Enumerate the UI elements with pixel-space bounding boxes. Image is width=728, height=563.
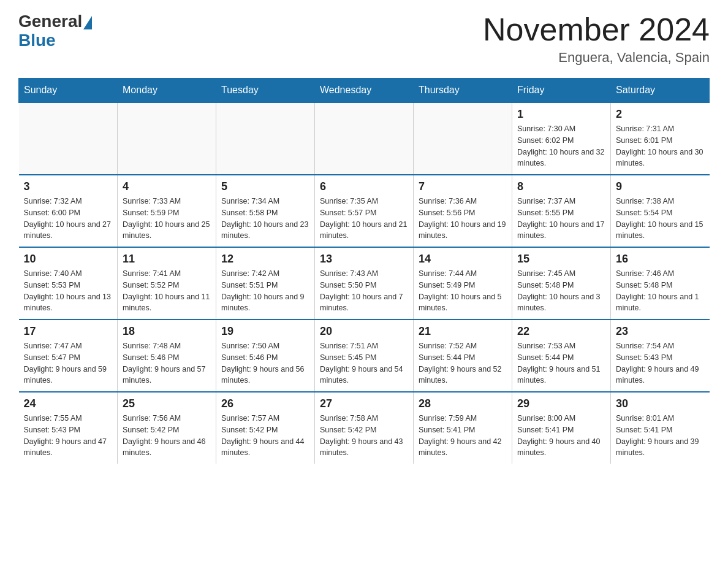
calendar-cell: 24Sunrise: 7:55 AMSunset: 5:43 PMDayligh… <box>19 392 118 464</box>
page-header: General Blue November 2024 Enguera, Vale… <box>18 12 710 66</box>
calendar-subtitle: Enguera, Valencia, Spain <box>483 50 710 66</box>
day-number: 9 <box>616 180 705 193</box>
day-number: 1 <box>517 108 605 121</box>
calendar-title: November 2024 <box>483 12 710 47</box>
calendar-cell <box>216 102 315 175</box>
calendar-cell: 14Sunrise: 7:44 AMSunset: 5:49 PMDayligh… <box>414 247 512 320</box>
calendar-cell: 16Sunrise: 7:46 AMSunset: 5:48 PMDayligh… <box>611 247 710 320</box>
calendar-cell <box>315 102 414 175</box>
calendar-week-2: 10Sunrise: 7:40 AMSunset: 5:53 PMDayligh… <box>19 247 710 320</box>
day-number: 3 <box>24 180 113 193</box>
calendar-cell <box>414 102 512 175</box>
calendar-header: SundayMondayTuesdayWednesdayThursdayFrid… <box>19 79 710 103</box>
calendar-cell: 29Sunrise: 8:00 AMSunset: 5:41 PMDayligh… <box>512 392 611 464</box>
day-number: 26 <box>221 397 309 410</box>
calendar-cell: 4Sunrise: 7:33 AMSunset: 5:59 PMDaylight… <box>118 175 216 247</box>
calendar-cell: 21Sunrise: 7:52 AMSunset: 5:44 PMDayligh… <box>414 320 512 392</box>
calendar-cell: 18Sunrise: 7:48 AMSunset: 5:46 PMDayligh… <box>118 320 216 392</box>
calendar-week-1: 3Sunrise: 7:32 AMSunset: 6:00 PMDaylight… <box>19 175 710 247</box>
calendar-cell: 28Sunrise: 7:59 AMSunset: 5:41 PMDayligh… <box>414 392 512 464</box>
logo-triangle-icon <box>83 16 92 29</box>
day-info: Sunrise: 8:00 AMSunset: 5:41 PMDaylight:… <box>517 413 605 459</box>
day-info: Sunrise: 7:36 AMSunset: 5:56 PMDaylight:… <box>419 196 507 242</box>
day-info: Sunrise: 7:32 AMSunset: 6:00 PMDaylight:… <box>24 196 113 242</box>
calendar-cell <box>19 102 118 175</box>
day-number: 15 <box>517 253 605 266</box>
day-number: 21 <box>419 325 507 338</box>
calendar-cell: 23Sunrise: 7:54 AMSunset: 5:43 PMDayligh… <box>611 320 710 392</box>
day-info: Sunrise: 7:30 AMSunset: 6:02 PMDaylight:… <box>517 123 605 169</box>
day-info: Sunrise: 8:01 AMSunset: 5:41 PMDaylight:… <box>616 413 705 459</box>
day-number: 22 <box>517 325 605 338</box>
day-info: Sunrise: 7:48 AMSunset: 5:46 PMDaylight:… <box>123 340 211 386</box>
day-number: 30 <box>616 397 705 410</box>
weekday-header-wednesday: Wednesday <box>315 79 414 103</box>
calendar-cell: 30Sunrise: 8:01 AMSunset: 5:41 PMDayligh… <box>611 392 710 464</box>
weekday-header-sunday: Sunday <box>19 79 118 103</box>
calendar-cell: 6Sunrise: 7:35 AMSunset: 5:57 PMDaylight… <box>315 175 414 247</box>
day-info: Sunrise: 7:33 AMSunset: 5:59 PMDaylight:… <box>123 196 211 242</box>
calendar-cell: 7Sunrise: 7:36 AMSunset: 5:56 PMDaylight… <box>414 175 512 247</box>
day-number: 28 <box>419 397 507 410</box>
day-info: Sunrise: 7:34 AMSunset: 5:58 PMDaylight:… <box>221 196 309 242</box>
day-number: 12 <box>221 253 309 266</box>
weekday-header-friday: Friday <box>512 79 611 103</box>
day-number: 20 <box>320 325 408 338</box>
calendar-cell: 8Sunrise: 7:37 AMSunset: 5:55 PMDaylight… <box>512 175 611 247</box>
day-number: 18 <box>123 325 211 338</box>
day-info: Sunrise: 7:59 AMSunset: 5:41 PMDaylight:… <box>419 413 507 459</box>
day-info: Sunrise: 7:50 AMSunset: 5:46 PMDaylight:… <box>221 340 309 386</box>
day-info: Sunrise: 7:56 AMSunset: 5:42 PMDaylight:… <box>123 413 211 459</box>
day-number: 5 <box>221 180 309 193</box>
calendar-body: 1Sunrise: 7:30 AMSunset: 6:02 PMDaylight… <box>19 102 710 464</box>
day-number: 13 <box>320 253 408 266</box>
calendar-cell: 17Sunrise: 7:47 AMSunset: 5:47 PMDayligh… <box>19 320 118 392</box>
weekday-header-saturday: Saturday <box>611 79 710 103</box>
day-info: Sunrise: 7:37 AMSunset: 5:55 PMDaylight:… <box>517 196 605 242</box>
weekday-header-monday: Monday <box>118 79 216 103</box>
calendar-cell: 5Sunrise: 7:34 AMSunset: 5:58 PMDaylight… <box>216 175 315 247</box>
calendar-cell: 9Sunrise: 7:38 AMSunset: 5:54 PMDaylight… <box>611 175 710 247</box>
day-number: 24 <box>24 397 113 410</box>
day-info: Sunrise: 7:57 AMSunset: 5:42 PMDaylight:… <box>221 413 309 459</box>
calendar-cell: 1Sunrise: 7:30 AMSunset: 6:02 PMDaylight… <box>512 102 611 175</box>
calendar-week-4: 24Sunrise: 7:55 AMSunset: 5:43 PMDayligh… <box>19 392 710 464</box>
calendar-cell: 19Sunrise: 7:50 AMSunset: 5:46 PMDayligh… <box>216 320 315 392</box>
logo: General Blue <box>18 12 92 50</box>
day-info: Sunrise: 7:46 AMSunset: 5:48 PMDaylight:… <box>616 268 705 314</box>
day-number: 16 <box>616 253 705 266</box>
day-number: 6 <box>320 180 408 193</box>
day-info: Sunrise: 7:55 AMSunset: 5:43 PMDaylight:… <box>24 413 113 459</box>
day-info: Sunrise: 7:31 AMSunset: 6:01 PMDaylight:… <box>616 123 705 169</box>
logo-block: General Blue <box>18 12 92 50</box>
day-number: 19 <box>221 325 309 338</box>
day-number: 25 <box>123 397 211 410</box>
day-info: Sunrise: 7:53 AMSunset: 5:44 PMDaylight:… <box>517 340 605 386</box>
day-info: Sunrise: 7:54 AMSunset: 5:43 PMDaylight:… <box>616 340 705 386</box>
calendar-table: SundayMondayTuesdayWednesdayThursdayFrid… <box>18 78 710 464</box>
day-number: 27 <box>320 397 408 410</box>
day-info: Sunrise: 7:41 AMSunset: 5:52 PMDaylight:… <box>123 268 211 314</box>
day-info: Sunrise: 7:44 AMSunset: 5:49 PMDaylight:… <box>419 268 507 314</box>
calendar-cell: 15Sunrise: 7:45 AMSunset: 5:48 PMDayligh… <box>512 247 611 320</box>
calendar-week-3: 17Sunrise: 7:47 AMSunset: 5:47 PMDayligh… <box>19 320 710 392</box>
calendar-cell: 20Sunrise: 7:51 AMSunset: 5:45 PMDayligh… <box>315 320 414 392</box>
logo-blue-text: Blue <box>18 31 92 50</box>
day-number: 8 <box>517 180 605 193</box>
calendar-cell: 27Sunrise: 7:58 AMSunset: 5:42 PMDayligh… <box>315 392 414 464</box>
day-number: 10 <box>24 253 113 266</box>
day-info: Sunrise: 7:40 AMSunset: 5:53 PMDaylight:… <box>24 268 113 314</box>
day-info: Sunrise: 7:47 AMSunset: 5:47 PMDaylight:… <box>24 340 113 386</box>
day-info: Sunrise: 7:45 AMSunset: 5:48 PMDaylight:… <box>517 268 605 314</box>
calendar-cell: 11Sunrise: 7:41 AMSunset: 5:52 PMDayligh… <box>118 247 216 320</box>
day-number: 23 <box>616 325 705 338</box>
day-number: 14 <box>419 253 507 266</box>
calendar-cell: 26Sunrise: 7:57 AMSunset: 5:42 PMDayligh… <box>216 392 315 464</box>
calendar-cell: 22Sunrise: 7:53 AMSunset: 5:44 PMDayligh… <box>512 320 611 392</box>
day-info: Sunrise: 7:42 AMSunset: 5:51 PMDaylight:… <box>221 268 309 314</box>
day-number: 7 <box>419 180 507 193</box>
day-info: Sunrise: 7:43 AMSunset: 5:50 PMDaylight:… <box>320 268 408 314</box>
calendar-cell <box>118 102 216 175</box>
calendar-cell: 12Sunrise: 7:42 AMSunset: 5:51 PMDayligh… <box>216 247 315 320</box>
weekday-header-row: SundayMondayTuesdayWednesdayThursdayFrid… <box>19 79 710 103</box>
